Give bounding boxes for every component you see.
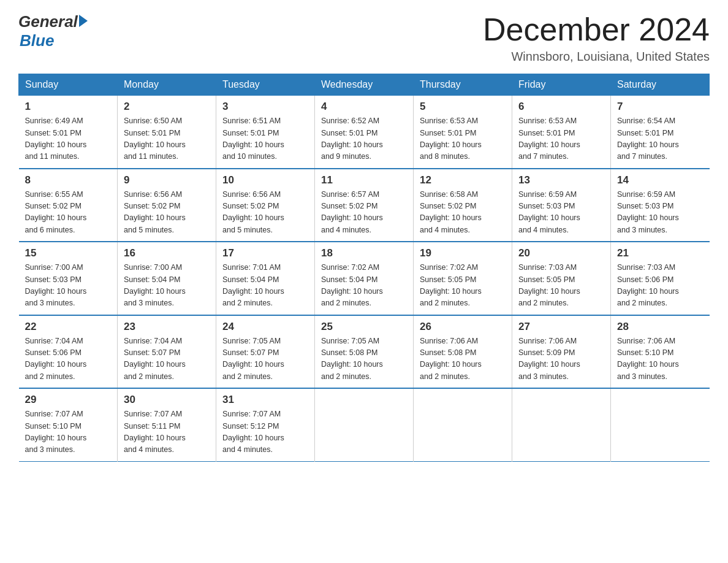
day-info: Sunrise: 7:06 AM Sunset: 5:10 PM Dayligh… <box>617 335 703 383</box>
day-cell: 5Sunrise: 6:53 AM Sunset: 5:01 PM Daylig… <box>414 96 512 169</box>
day-info: Sunrise: 7:05 AM Sunset: 5:08 PM Dayligh… <box>321 335 407 383</box>
day-cell: 13Sunrise: 6:59 AM Sunset: 5:03 PM Dayli… <box>512 169 611 242</box>
week-row-2: 8Sunrise: 6:55 AM Sunset: 5:02 PM Daylig… <box>19 169 710 242</box>
calendar-table: SundayMondayTuesdayWednesdayThursdayFrid… <box>18 74 710 462</box>
header-day-tuesday: Tuesday <box>216 74 315 96</box>
day-number: 23 <box>124 321 210 333</box>
week-row-1: 1Sunrise: 6:49 AM Sunset: 5:01 PM Daylig… <box>19 96 710 169</box>
logo: General Blue <box>18 12 88 50</box>
day-cell: 21Sunrise: 7:03 AM Sunset: 5:06 PM Dayli… <box>611 242 710 315</box>
day-cell: 17Sunrise: 7:01 AM Sunset: 5:04 PM Dayli… <box>216 242 315 315</box>
day-number: 4 <box>321 101 407 113</box>
page-header: General Blue December 2024 Winnsboro, Lo… <box>18 12 710 64</box>
day-cell: 20Sunrise: 7:03 AM Sunset: 5:05 PM Dayli… <box>512 242 611 315</box>
day-info: Sunrise: 6:53 AM Sunset: 5:01 PM Dayligh… <box>518 115 604 163</box>
day-cell <box>512 388 611 461</box>
day-info: Sunrise: 6:52 AM Sunset: 5:01 PM Dayligh… <box>321 115 407 163</box>
day-info: Sunrise: 7:01 AM Sunset: 5:04 PM Dayligh… <box>222 262 308 310</box>
day-number: 16 <box>124 247 210 259</box>
day-number: 31 <box>222 394 308 406</box>
day-info: Sunrise: 6:54 AM Sunset: 5:01 PM Dayligh… <box>617 115 703 163</box>
day-cell <box>315 388 414 461</box>
month-title: December 2024 <box>483 12 710 47</box>
day-cell: 1Sunrise: 6:49 AM Sunset: 5:01 PM Daylig… <box>19 96 118 169</box>
header-day-thursday: Thursday <box>414 74 512 96</box>
day-cell: 15Sunrise: 7:00 AM Sunset: 5:03 PM Dayli… <box>19 242 118 315</box>
week-row-5: 29Sunrise: 7:07 AM Sunset: 5:10 PM Dayli… <box>19 388 710 461</box>
day-cell: 26Sunrise: 7:06 AM Sunset: 5:08 PM Dayli… <box>414 315 512 389</box>
day-number: 6 <box>518 101 604 113</box>
day-number: 20 <box>518 247 604 259</box>
title-section: December 2024 Winnsboro, Louisiana, Unit… <box>483 12 710 64</box>
day-cell: 18Sunrise: 7:02 AM Sunset: 5:04 PM Dayli… <box>315 242 414 315</box>
day-info: Sunrise: 7:05 AM Sunset: 5:07 PM Dayligh… <box>222 335 308 383</box>
day-number: 29 <box>25 394 112 406</box>
day-number: 11 <box>321 174 407 186</box>
header-row: SundayMondayTuesdayWednesdayThursdayFrid… <box>19 74 710 96</box>
day-info: Sunrise: 6:57 AM Sunset: 5:02 PM Dayligh… <box>321 189 407 237</box>
logo-blue: Blue <box>18 31 88 50</box>
day-cell: 6Sunrise: 6:53 AM Sunset: 5:01 PM Daylig… <box>512 96 611 169</box>
header-day-saturday: Saturday <box>611 74 710 96</box>
day-number: 15 <box>25 247 112 259</box>
logo-arrow-icon <box>79 15 88 27</box>
day-number: 21 <box>617 247 703 259</box>
day-cell: 2Sunrise: 6:50 AM Sunset: 5:01 PM Daylig… <box>118 96 216 169</box>
day-number: 22 <box>25 321 112 333</box>
day-number: 28 <box>617 321 703 333</box>
day-info: Sunrise: 7:00 AM Sunset: 5:04 PM Dayligh… <box>124 262 210 310</box>
day-number: 12 <box>420 174 506 186</box>
day-cell: 29Sunrise: 7:07 AM Sunset: 5:10 PM Dayli… <box>19 388 118 461</box>
day-number: 3 <box>222 101 308 113</box>
day-cell: 11Sunrise: 6:57 AM Sunset: 5:02 PM Dayli… <box>315 169 414 242</box>
day-info: Sunrise: 7:03 AM Sunset: 5:06 PM Dayligh… <box>617 262 703 310</box>
header-day-wednesday: Wednesday <box>315 74 414 96</box>
day-cell: 8Sunrise: 6:55 AM Sunset: 5:02 PM Daylig… <box>19 169 118 242</box>
header-day-monday: Monday <box>118 74 216 96</box>
day-cell: 16Sunrise: 7:00 AM Sunset: 5:04 PM Dayli… <box>118 242 216 315</box>
day-info: Sunrise: 6:50 AM Sunset: 5:01 PM Dayligh… <box>124 115 210 163</box>
calendar-header: SundayMondayTuesdayWednesdayThursdayFrid… <box>19 74 710 96</box>
day-number: 8 <box>25 174 112 186</box>
calendar-body: 1Sunrise: 6:49 AM Sunset: 5:01 PM Daylig… <box>19 96 710 462</box>
day-cell <box>414 388 512 461</box>
day-cell: 23Sunrise: 7:04 AM Sunset: 5:07 PM Dayli… <box>118 315 216 389</box>
header-day-friday: Friday <box>512 74 611 96</box>
day-cell: 7Sunrise: 6:54 AM Sunset: 5:01 PM Daylig… <box>611 96 710 169</box>
day-number: 2 <box>124 101 210 113</box>
day-cell: 12Sunrise: 6:58 AM Sunset: 5:02 PM Dayli… <box>414 169 512 242</box>
day-number: 30 <box>124 394 210 406</box>
day-cell: 24Sunrise: 7:05 AM Sunset: 5:07 PM Dayli… <box>216 315 315 389</box>
day-number: 17 <box>222 247 308 259</box>
day-info: Sunrise: 6:56 AM Sunset: 5:02 PM Dayligh… <box>222 189 308 237</box>
day-number: 24 <box>222 321 308 333</box>
day-number: 1 <box>25 101 112 113</box>
day-number: 26 <box>420 321 506 333</box>
day-info: Sunrise: 7:02 AM Sunset: 5:05 PM Dayligh… <box>420 262 506 310</box>
day-info: Sunrise: 6:53 AM Sunset: 5:01 PM Dayligh… <box>420 115 506 163</box>
week-row-3: 15Sunrise: 7:00 AM Sunset: 5:03 PM Dayli… <box>19 242 710 315</box>
day-info: Sunrise: 6:59 AM Sunset: 5:03 PM Dayligh… <box>617 189 703 237</box>
day-cell: 10Sunrise: 6:56 AM Sunset: 5:02 PM Dayli… <box>216 169 315 242</box>
day-cell: 14Sunrise: 6:59 AM Sunset: 5:03 PM Dayli… <box>611 169 710 242</box>
day-info: Sunrise: 6:51 AM Sunset: 5:01 PM Dayligh… <box>222 115 308 163</box>
day-info: Sunrise: 6:55 AM Sunset: 5:02 PM Dayligh… <box>25 189 112 237</box>
day-cell: 31Sunrise: 7:07 AM Sunset: 5:12 PM Dayli… <box>216 388 315 461</box>
day-cell: 27Sunrise: 7:06 AM Sunset: 5:09 PM Dayli… <box>512 315 611 389</box>
day-cell: 22Sunrise: 7:04 AM Sunset: 5:06 PM Dayli… <box>19 315 118 389</box>
day-info: Sunrise: 6:59 AM Sunset: 5:03 PM Dayligh… <box>518 189 604 237</box>
day-number: 13 <box>518 174 604 186</box>
day-cell: 19Sunrise: 7:02 AM Sunset: 5:05 PM Dayli… <box>414 242 512 315</box>
day-info: Sunrise: 6:58 AM Sunset: 5:02 PM Dayligh… <box>420 189 506 237</box>
day-number: 18 <box>321 247 407 259</box>
day-cell: 28Sunrise: 7:06 AM Sunset: 5:10 PM Dayli… <box>611 315 710 389</box>
day-number: 25 <box>321 321 407 333</box>
day-number: 5 <box>420 101 506 113</box>
day-info: Sunrise: 7:04 AM Sunset: 5:06 PM Dayligh… <box>25 335 112 383</box>
day-number: 19 <box>420 247 506 259</box>
day-cell: 4Sunrise: 6:52 AM Sunset: 5:01 PM Daylig… <box>315 96 414 169</box>
day-cell: 25Sunrise: 7:05 AM Sunset: 5:08 PM Dayli… <box>315 315 414 389</box>
day-info: Sunrise: 7:07 AM Sunset: 5:12 PM Dayligh… <box>222 408 308 456</box>
day-cell: 9Sunrise: 6:56 AM Sunset: 5:02 PM Daylig… <box>118 169 216 242</box>
day-info: Sunrise: 7:06 AM Sunset: 5:09 PM Dayligh… <box>518 335 604 383</box>
